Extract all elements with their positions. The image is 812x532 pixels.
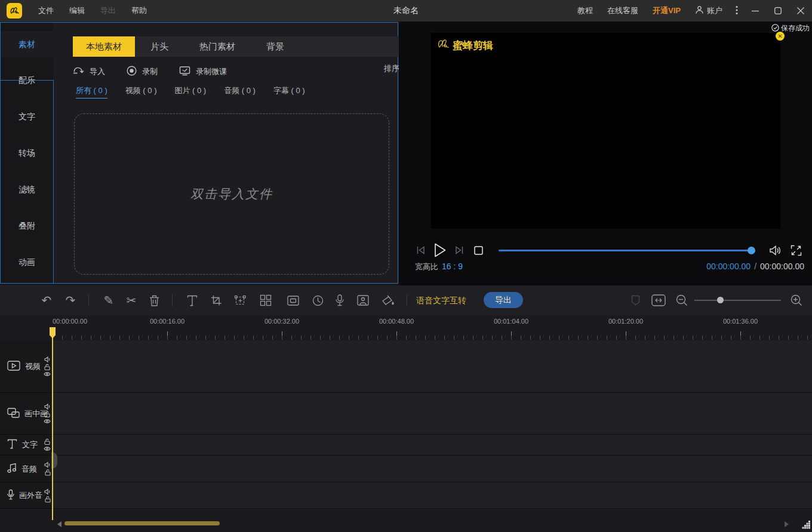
menu-item[interactable]: 文件	[30, 0, 61, 21]
record-button[interactable]: 录制	[127, 66, 158, 78]
track-controls	[44, 488, 51, 502]
materials-filter[interactable]: 图片 ( 0 )	[174, 85, 206, 99]
materials-filter[interactable]: 音频 ( 0 )	[224, 85, 256, 99]
track-header[interactable]: 画中画	[0, 393, 53, 435]
menu-item[interactable]: 编辑	[61, 0, 93, 21]
menu-item[interactable]: 导出	[93, 0, 124, 21]
scroll-right-icon[interactable]	[785, 521, 789, 527]
minimize-button[interactable]	[744, 0, 767, 21]
sidebar-item[interactable]: 叠附	[1, 217, 53, 235]
import-button[interactable]: 导入	[73, 66, 105, 78]
track-header[interactable]: 画外音	[0, 482, 53, 509]
track-lane[interactable]	[53, 393, 812, 435]
overlay-pip-icon[interactable]	[284, 285, 302, 315]
timeline-zoom-slider[interactable]	[694, 300, 781, 301]
ruler-timestamp: 00:00:16.00	[150, 318, 184, 325]
materials-filter[interactable]: 视频 ( 0 )	[125, 85, 157, 99]
track-label: 文字	[22, 439, 38, 450]
track-header[interactable]: 视频	[0, 340, 53, 393]
scrollbar-thumb[interactable]	[64, 521, 220, 525]
delete-trash-icon[interactable]	[146, 285, 162, 315]
aspect-ratio-value[interactable]: 16 : 9	[442, 262, 463, 271]
maximize-button[interactable]	[767, 0, 789, 21]
edit-pencil-icon[interactable]: ✎	[100, 285, 117, 315]
current-time: 00:00:00.00	[706, 262, 751, 271]
resize-grip-icon[interactable]	[802, 521, 811, 531]
track-label: 视频	[25, 361, 41, 372]
sidebar-item[interactable]: 动画	[1, 253, 53, 271]
timeline-ruler[interactable]: 00:00:00.0000:00:16.0000:00:32.0000:00:4…	[0, 315, 812, 340]
vip-link[interactable]: 开通VIP	[645, 5, 688, 16]
track-lane[interactable]	[53, 456, 812, 482]
track-lock-icon[interactable]	[45, 469, 51, 476]
next-frame-button[interactable]	[453, 240, 466, 260]
track-lane[interactable]	[53, 482, 812, 509]
text-tool-icon[interactable]	[184, 285, 201, 315]
redo-icon[interactable]: ↷	[62, 285, 79, 315]
materials-filter[interactable]: 字幕 ( 0 )	[273, 85, 305, 99]
materials-tab[interactable]: 热门素材	[184, 36, 251, 57]
track-lock-icon[interactable]	[44, 438, 50, 445]
speech-text-button[interactable]: 语音文字互转	[416, 285, 466, 315]
stop-button[interactable]	[472, 240, 485, 260]
sidebar-item[interactable]: 文字	[1, 107, 53, 125]
crop-icon[interactable]	[208, 285, 224, 315]
sidebar-item[interactable]: 滤镜	[1, 180, 53, 198]
support-link[interactable]: 在线客服	[600, 5, 645, 16]
track-lock-icon[interactable]	[44, 411, 50, 417]
volume-icon[interactable]	[768, 240, 783, 260]
duration-clock-icon[interactable]	[309, 285, 326, 315]
export-button[interactable]: 导出	[484, 292, 523, 308]
menu-item[interactable]: 帮助	[124, 0, 155, 21]
track-lane[interactable]	[53, 435, 812, 456]
more-menu-icon[interactable]	[730, 5, 744, 17]
seek-slider-thumb[interactable]	[748, 247, 755, 254]
play-button[interactable]	[431, 240, 449, 260]
menubar: 文件编辑导出帮助	[30, 0, 155, 21]
zoom-in-icon[interactable]	[788, 285, 805, 315]
preview-panel: 保存成功 蜜蜂剪辑 ✕	[399, 21, 812, 285]
account-button[interactable]: 账户	[688, 5, 730, 16]
import-dropzone[interactable]: 双击导入文件	[74, 113, 389, 275]
mosaic-icon[interactable]	[257, 285, 275, 315]
microphone-icon[interactable]	[331, 285, 348, 315]
close-button[interactable]	[789, 0, 812, 21]
track-visibility-icon[interactable]	[44, 446, 51, 451]
materials-filter[interactable]: 所有 ( 0 )	[76, 85, 107, 99]
undo-icon[interactable]: ↶	[38, 285, 55, 315]
track-mute-icon[interactable]	[44, 462, 51, 468]
track-mute-icon[interactable]	[44, 488, 51, 494]
marker-shield-icon[interactable]	[628, 285, 642, 315]
fullscreen-icon[interactable]	[788, 240, 804, 260]
zoom-out-icon[interactable]	[673, 285, 690, 315]
cut-scissors-icon[interactable]: ✂	[123, 285, 140, 315]
materials-tab[interactable]: 背景	[251, 36, 300, 57]
tutorial-link[interactable]: 教程	[570, 5, 600, 16]
track-mute-icon[interactable]	[44, 404, 51, 410]
window-title: 未命名	[393, 5, 419, 16]
track-lock-icon[interactable]	[44, 364, 50, 370]
app-logo-icon	[7, 3, 22, 19]
track-visibility-icon[interactable]	[44, 371, 51, 377]
style-paint-icon[interactable]	[379, 285, 397, 315]
materials-tab[interactable]: 片头	[135, 36, 184, 57]
sidebar-item[interactable]: 转场	[1, 144, 53, 162]
track-visibility-icon[interactable]	[44, 419, 51, 424]
seek-slider[interactable]	[499, 250, 752, 251]
track-mute-icon[interactable]	[44, 356, 51, 362]
scroll-left-icon[interactable]	[57, 521, 61, 527]
previous-frame-button[interactable]	[414, 240, 427, 260]
track-type-icon	[7, 408, 20, 420]
track-lane[interactable]	[53, 340, 812, 393]
track-header[interactable]: 文字	[0, 435, 53, 456]
materials-tab[interactable]: 本地素材	[73, 36, 135, 57]
zoom-region-icon[interactable]	[232, 285, 248, 315]
record-lesson-button[interactable]: 录制微课	[179, 66, 227, 78]
sidebar-item[interactable]: 素材	[1, 31, 53, 57]
watermark-close-icon[interactable]: ✕	[776, 32, 785, 41]
presenter-icon[interactable]	[354, 285, 372, 315]
timeline-zoom-thumb[interactable]	[717, 297, 724, 303]
fit-timeline-icon[interactable]	[650, 285, 667, 315]
track-header[interactable]: 音频	[0, 456, 53, 482]
track-lock-icon[interactable]	[45, 496, 51, 502]
